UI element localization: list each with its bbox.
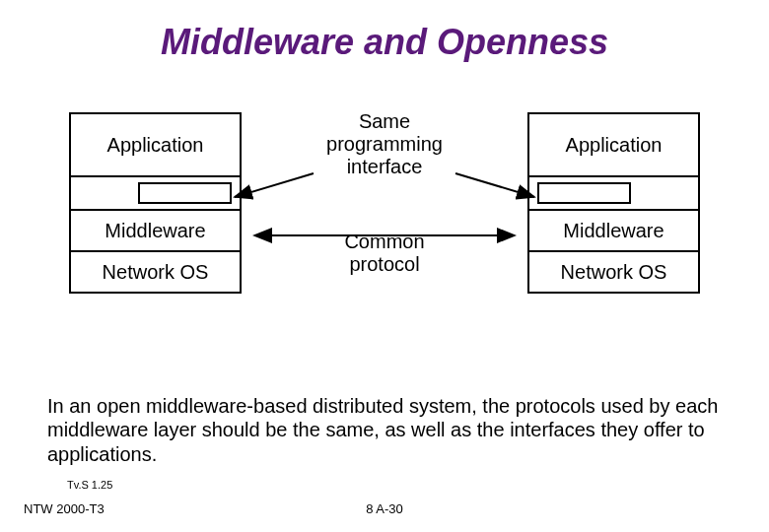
footnote-ntw: NTW 2000-T3: [24, 501, 105, 516]
right-interface-slot: [537, 182, 631, 204]
right-middleware-layer: Middleware: [529, 211, 698, 252]
architecture-diagram: Application Middleware Network OS Applic…: [69, 102, 700, 359]
footnote-tvs: Tv.S 1.25: [67, 479, 112, 491]
left-application-layer: Application: [71, 114, 240, 177]
left-interface-slot: [138, 182, 232, 204]
left-stack: Application Middleware Network OS: [69, 112, 242, 294]
common-protocol-label: Commonprotocol: [276, 231, 493, 276]
right-networkos-layer: Network OS: [529, 252, 698, 292]
same-interface-label: Sameprogramminginterface: [276, 110, 493, 178]
right-stack: Application Middleware Network OS: [527, 112, 700, 294]
left-middleware-layer: Middleware: [71, 211, 240, 252]
left-interface-slot-row: [71, 177, 240, 211]
left-networkos-layer: Network OS: [71, 252, 240, 292]
right-application-layer: Application: [529, 114, 698, 177]
slide-title: Middleware and Openness: [0, 22, 769, 63]
footnote-page: 8 A-30: [366, 501, 403, 516]
body-paragraph: In an open middleware-based distributed …: [47, 394, 722, 466]
right-interface-slot-row: [529, 177, 698, 211]
